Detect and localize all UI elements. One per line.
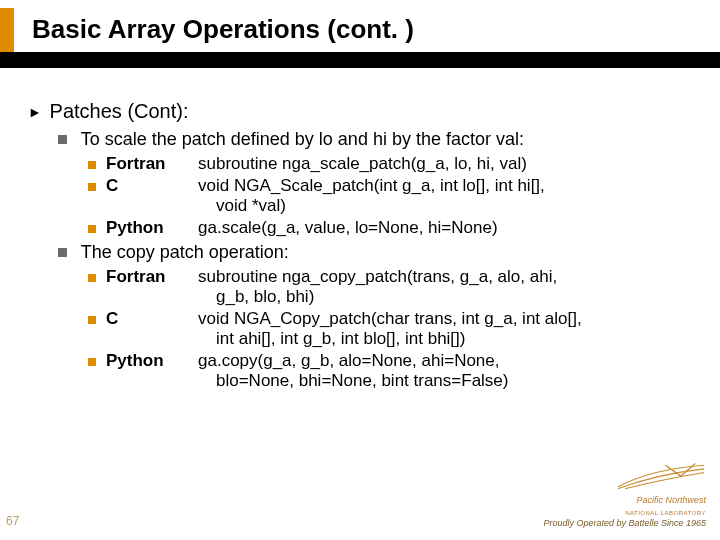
- dot-bullet-icon: [88, 316, 96, 324]
- api-row: Fortran subroutine nga_scale_patch(g_a, …: [88, 154, 700, 174]
- page-number: 67: [6, 514, 19, 528]
- api-signature: void NGA_Scale_patch(int g_a, int lo[], …: [198, 176, 700, 216]
- api-signature: subroutine nga_scale_patch(g_a, lo, hi, …: [198, 154, 700, 174]
- api-signature: ga.copy(g_a, g_b, alo=None, ahi=None, bl…: [198, 351, 700, 391]
- section-heading: Patches (Cont):: [28, 100, 700, 123]
- bullet-item: The copy patch operation:: [58, 242, 700, 263]
- header-band: Basic Array Operations (cont. ): [0, 8, 720, 68]
- api-lang: C: [106, 176, 198, 196]
- api-signature: void NGA_Copy_patch(char trans, int g_a,…: [198, 309, 700, 349]
- api-lang: Fortran: [106, 267, 198, 287]
- triangle-bullet-icon: [28, 100, 44, 123]
- api-signature: subroutine nga_copy_patch(trans, g_a, al…: [198, 267, 700, 307]
- bullet-item-text: The copy patch operation:: [81, 242, 289, 262]
- api-lang: Fortran: [106, 154, 198, 174]
- square-bullet-icon: [58, 242, 76, 263]
- api-lang: Python: [106, 218, 198, 238]
- header-accent: [0, 8, 14, 52]
- dot-bullet-icon: [88, 161, 96, 169]
- api-row: C void NGA_Scale_patch(int g_a, int lo[]…: [88, 176, 700, 216]
- bullet-item: To scale the patch defined by lo and hi …: [58, 129, 700, 150]
- swoosh-icon: [616, 463, 706, 491]
- dot-bullet-icon: [88, 183, 96, 191]
- title-rule: [0, 52, 720, 68]
- lab-tagline: Proudly Operated by Battelle Since 1965: [543, 518, 706, 530]
- section-heading-text: Patches (Cont):: [50, 100, 189, 122]
- slide-title: Basic Array Operations (cont. ): [32, 14, 414, 45]
- footer-logo: Pacific Northwest NATIONAL LABORATORY Pr…: [543, 463, 706, 530]
- dot-bullet-icon: [88, 358, 96, 366]
- slide: Basic Array Operations (cont. ) Patches …: [0, 0, 720, 540]
- dot-bullet-icon: [88, 274, 96, 282]
- api-signature: ga.scale(g_a, value, lo=None, hi=None): [198, 218, 700, 238]
- api-lang: C: [106, 309, 198, 329]
- api-lang: Python: [106, 351, 198, 371]
- dot-bullet-icon: [88, 225, 96, 233]
- bullet-item-text: To scale the patch defined by lo and hi …: [81, 129, 524, 149]
- api-row: Python ga.copy(g_a, g_b, alo=None, ahi=N…: [88, 351, 700, 391]
- api-row: C void NGA_Copy_patch(char trans, int g_…: [88, 309, 700, 349]
- slide-body: Patches (Cont): To scale the patch defin…: [28, 100, 700, 393]
- square-bullet-icon: [58, 129, 76, 150]
- api-row: Python ga.scale(g_a, value, lo=None, hi=…: [88, 218, 700, 238]
- lab-name: Pacific Northwest NATIONAL LABORATORY: [543, 495, 706, 518]
- api-row: Fortran subroutine nga_copy_patch(trans,…: [88, 267, 700, 307]
